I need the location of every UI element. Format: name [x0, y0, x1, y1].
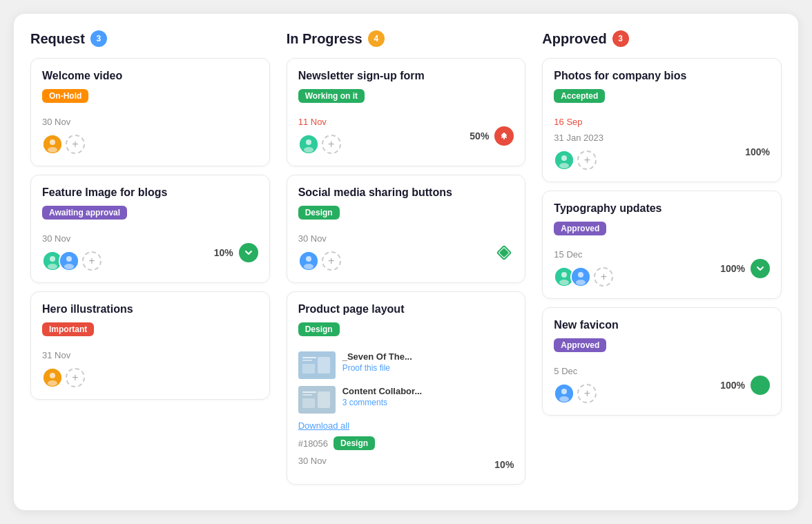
card-card-new-favicon[interactable]: New faviconApproved5 Dec+100%: [542, 307, 782, 416]
card-footer-right: 10%: [214, 243, 258, 262]
column-title: Request: [30, 31, 85, 47]
card-footer-left: 30 Nov+: [298, 233, 341, 271]
card-footer-left: 5 Dec+: [554, 366, 597, 404]
svg-point-1: [50, 139, 55, 145]
card-footer: 30 Nov+: [42, 117, 258, 155]
file-name: Content Collabor...: [342, 386, 423, 396]
card-title: Hero illustrations: [42, 303, 258, 316]
add-avatar-button[interactable]: +: [66, 135, 85, 154]
svg-point-4: [50, 256, 55, 262]
card-meta-row: #18056Design: [298, 436, 514, 450]
card-percent: 100%: [720, 263, 745, 274]
add-avatar-button[interactable]: +: [322, 251, 341, 271]
card-date: 30 Nov: [298, 456, 327, 466]
card-footer-right: 100%: [745, 146, 770, 157]
avatar-row: +: [554, 383, 597, 404]
column-badge: 4: [368, 30, 385, 47]
avatar-row: +: [42, 367, 85, 388]
card-card-hero-illustrations[interactable]: Hero illustrationsImportant31 Nov+: [30, 291, 270, 400]
card-date: 11 Nov: [298, 117, 341, 127]
svg-point-37: [578, 272, 583, 278]
add-avatar-button[interactable]: +: [577, 384, 597, 403]
card-footer-left: 11 Nov+: [298, 117, 341, 155]
avatar: [59, 251, 79, 271]
column-in-progress: In Progress4Newsletter sign-up formWorki…: [287, 30, 526, 494]
add-avatar-button[interactable]: +: [66, 368, 85, 387]
card-percent: 100%: [720, 380, 745, 391]
comments-link[interactable]: 3 comments: [342, 398, 423, 407]
column-badge: 3: [612, 30, 629, 47]
proof-file-link[interactable]: Proof this file: [342, 363, 412, 373]
svg-rect-21: [302, 357, 316, 358]
dots-icon[interactable]: [751, 376, 770, 395]
column-header-approved: Approved3: [542, 30, 782, 47]
file-info: Content Collabor...3 comments: [342, 386, 423, 407]
column-header-in-progress: In Progress4: [287, 30, 526, 47]
svg-rect-22: [302, 360, 312, 361]
svg-rect-26: [302, 391, 316, 393]
avatar: [42, 367, 63, 388]
card-date: 30 Nov: [298, 233, 341, 244]
card-footer-left: 30 Nov+: [42, 117, 85, 155]
card-footer: 30 Nov+10%: [42, 233, 258, 271]
add-avatar-button[interactable]: +: [577, 151, 597, 170]
card-footer: 31 Nov+: [42, 350, 258, 388]
card-tag: On-Hold: [42, 89, 88, 103]
svg-point-2: [48, 147, 57, 153]
column-header-request: Request3: [30, 30, 270, 47]
avatar-row: +: [42, 134, 85, 155]
svg-rect-23: [318, 357, 330, 373]
avatar: [554, 150, 574, 171]
svg-rect-28: [318, 391, 330, 408]
card-title: Welcome video: [42, 70, 258, 82]
add-avatar-button[interactable]: +: [82, 251, 102, 271]
card-tag: Design: [298, 206, 340, 220]
card-title: Product page layout: [298, 303, 514, 316]
card-footer-left: 30 Nov: [298, 456, 327, 473]
card-tag: Working on it: [298, 89, 365, 103]
card-card-newsletter[interactable]: Newsletter sign-up formWorking on it11 N…: [287, 58, 526, 166]
card-card-typography[interactable]: Typography updatesApproved15 Dec+100%: [542, 191, 782, 299]
diamond-icon[interactable]: [494, 243, 514, 262]
file-name: _Seven Of The...: [342, 351, 412, 362]
column-title: In Progress: [287, 31, 362, 47]
add-avatar-button[interactable]: +: [594, 267, 613, 287]
card-date: 31 Nov: [42, 350, 85, 360]
card-card-welcome-video[interactable]: Welcome videoOn-Hold30 Nov+: [30, 58, 270, 166]
chevron-down-icon[interactable]: [751, 259, 770, 278]
card-percent: 10%: [214, 247, 233, 258]
card-footer-left: 30 Nov+: [42, 233, 102, 271]
svg-point-45: [763, 384, 765, 386]
card-tag: Approved: [554, 222, 606, 235]
card-card-feature-image[interactable]: Feature Image for blogsAwaiting approval…: [30, 175, 270, 283]
avatar-row: +: [554, 150, 603, 171]
card-footer-left: 15 Dec+: [554, 249, 613, 287]
avatar-row: +: [554, 266, 613, 287]
svg-point-31: [561, 155, 567, 161]
svg-point-16: [306, 256, 311, 262]
avatar: [298, 251, 319, 271]
add-avatar-button[interactable]: +: [322, 135, 341, 154]
download-all-link[interactable]: Download all: [298, 420, 514, 431]
svg-rect-29: [302, 398, 315, 408]
card-id: #18056: [298, 438, 328, 449]
card-footer: 31 Jan 2023+100%: [554, 133, 770, 171]
card-card-photos-bios[interactable]: Photos for company biosAccepted16 Sep31 …: [542, 58, 782, 182]
up-arrow-icon[interactable]: [494, 126, 514, 146]
card-title: Social media sharing buttons: [298, 186, 514, 199]
card-title: Newsletter sign-up form: [298, 70, 514, 82]
file-info: _Seven Of The...Proof this file: [342, 351, 412, 373]
card-title: Typography updates: [554, 202, 770, 215]
avatar: [554, 383, 574, 404]
svg-rect-27: [302, 394, 312, 396]
card-tag-inline: Design: [334, 436, 375, 450]
card-date: 30 Nov: [42, 233, 102, 244]
card-date: 5 Dec: [554, 366, 597, 376]
card-card-product-page[interactable]: Product page layoutDesign_Seven Of The..…: [287, 291, 526, 485]
card-card-social-media[interactable]: Social media sharing buttonsDesign30 Nov…: [287, 175, 526, 283]
chevron-down-icon[interactable]: [239, 243, 258, 262]
kanban-board: Request3Welcome videoOn-Hold30 Nov+Featu…: [14, 14, 798, 510]
svg-point-32: [559, 163, 569, 168]
avatar-row: +: [298, 251, 341, 271]
svg-point-14: [304, 147, 313, 153]
